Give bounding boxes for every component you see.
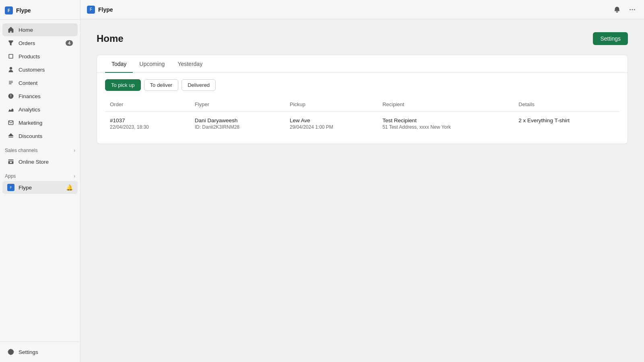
apps-chevron-icon: ›: [74, 173, 75, 179]
sidebar-item-online-store[interactable]: Online Store: [2, 155, 78, 168]
discounts-icon: [7, 132, 14, 140]
sidebar-item-home[interactable]: Home: [2, 23, 78, 36]
col-order: Order: [105, 97, 190, 112]
orders-table: OrderFlyperPickupRecipientDetails #1037 …: [105, 97, 619, 136]
sales-channels-chevron-icon: ›: [74, 148, 75, 153]
topbar-app-name: Flype: [98, 6, 113, 13]
sales-channels-label: Sales channels: [5, 148, 37, 153]
flype-bell-icon: 🔔: [66, 184, 73, 191]
marketing-icon: [7, 119, 14, 126]
sidebar-bottom: Settings: [0, 341, 80, 362]
customers-icon: [7, 66, 14, 73]
svg-point-2: [634, 9, 635, 10]
sidebar-item-label: Marketing: [19, 120, 42, 126]
topbar: F Flype: [80, 0, 644, 19]
page-header: Home Settings: [97, 32, 628, 45]
sidebar-item-label: Content: [19, 80, 37, 86]
recipient-cell: Test Recipient 51 Test Address, xxxx New…: [378, 112, 514, 136]
tab-today[interactable]: Today: [105, 55, 133, 73]
orders-icon: [7, 39, 14, 47]
flyper-id: ID: Danii2K3IRNM28: [195, 124, 280, 130]
sidebar-app-flype[interactable]: F Flype 🔔: [2, 181, 78, 194]
products-icon: [7, 53, 14, 60]
order-details: 2 x Everything T-shirt: [518, 117, 615, 123]
notification-bell-button[interactable]: [612, 4, 622, 15]
sidebar-item-analytics[interactable]: Analytics: [2, 103, 78, 116]
page-content: Home Settings TodayUpcomingYesterday To …: [80, 19, 644, 362]
filter-to-deliver[interactable]: To deliver: [144, 79, 179, 91]
svg-point-1: [632, 9, 633, 10]
settings-button[interactable]: Settings: [593, 32, 628, 45]
tab-yesterday[interactable]: Yesterday: [171, 55, 209, 73]
analytics-icon: [7, 106, 14, 113]
sidebar-item-settings[interactable]: Settings: [2, 346, 78, 358]
main-content: F Flype Home Settings TodayUpcomi: [80, 0, 644, 362]
sidebar-item-discounts[interactable]: Discounts: [2, 130, 78, 142]
flype-app-icon: F: [7, 184, 14, 191]
col-recipient: Recipient: [378, 97, 514, 112]
page-title: Home: [97, 33, 124, 44]
sidebar: F Flype Home Orders 4 Products Customers…: [0, 0, 80, 362]
sidebar-item-label: Finances: [19, 93, 41, 99]
sidebar-item-marketing[interactable]: Marketing: [2, 116, 78, 129]
sidebar-item-orders[interactable]: Orders 4: [2, 37, 78, 49]
sidebar-item-label: Discounts: [19, 133, 42, 139]
main-card: TodayUpcomingYesterday To pick upTo deli…: [97, 55, 628, 144]
table-row: #1037 22/04/2023, 18:30 Dani Daryaweesh …: [105, 112, 619, 136]
pickup-datetime: 29/04/2024 1:00 PM: [290, 124, 373, 130]
filter-to-pick-up[interactable]: To pick up: [105, 79, 141, 91]
sidebar-item-label: Home: [19, 27, 33, 33]
order-cell: #1037 22/04/2023, 18:30: [105, 112, 190, 136]
sidebar-app-name: F Flype: [5, 5, 75, 16]
recipient-name: Test Recipient: [382, 117, 509, 123]
flyper-cell: Dani Daryaweesh ID: Danii2K3IRNM28: [190, 112, 285, 136]
topbar-app-icon: F: [87, 6, 95, 14]
tab-upcoming[interactable]: Upcoming: [133, 55, 171, 73]
col-flyper: Flyper: [190, 97, 285, 112]
details-cell: 2 x Everything T-shirt: [514, 112, 619, 136]
settings-label: Settings: [19, 349, 38, 355]
store-icon: [7, 158, 14, 165]
sidebar-item-label: Products: [19, 53, 40, 60]
order-date: 22/04/2023, 18:30: [110, 124, 185, 130]
filter-bar: To pick upTo deliverDelivered: [97, 73, 627, 97]
flype-app-name: Flype: [19, 185, 62, 191]
pickup-location: Lew Ave: [290, 117, 373, 123]
sidebar-item-label: Customers: [19, 67, 45, 73]
recipient-address: 51 Test Address, xxxx New York: [382, 124, 509, 130]
sales-channels-section: Sales channels ›: [0, 143, 80, 155]
sidebar-item-label: Analytics: [19, 107, 40, 113]
settings-icon: [7, 348, 14, 356]
apps-section: Apps ›: [0, 169, 80, 181]
orders-table-wrap: OrderFlyperPickupRecipientDetails #1037 …: [97, 97, 627, 144]
sidebar-app-title: Flype: [16, 7, 31, 14]
sidebar-item-label: Online Store: [19, 159, 49, 165]
filter-delivered[interactable]: Delivered: [182, 79, 216, 91]
sidebar-item-customers[interactable]: Customers: [2, 63, 78, 76]
sidebar-item-content[interactable]: Content: [2, 76, 78, 89]
home-icon: [7, 26, 14, 33]
sidebar-header: F Flype: [0, 0, 80, 20]
col-pickup: Pickup: [285, 97, 378, 112]
orders-badge: 4: [66, 40, 73, 46]
apps-label: Apps: [5, 173, 16, 179]
content-icon: [7, 79, 14, 86]
topbar-left: F Flype: [87, 6, 113, 14]
finances-icon: [7, 93, 14, 100]
sidebar-item-products[interactable]: Products: [2, 50, 78, 63]
sidebar-item-label: Orders: [19, 40, 35, 46]
sidebar-nav: Home Orders 4 Products Customers Content…: [0, 20, 80, 341]
sidebar-app-icon: F: [5, 6, 13, 14]
tabs-bar: TodayUpcomingYesterday: [97, 55, 627, 73]
pickup-cell: Lew Ave 29/04/2024 1:00 PM: [285, 112, 378, 136]
order-number: #1037: [110, 117, 185, 123]
svg-point-0: [630, 9, 631, 10]
topbar-right: [612, 4, 638, 15]
more-options-button[interactable]: [627, 4, 638, 15]
flyper-name: Dani Daryaweesh: [195, 117, 280, 123]
col-details: Details: [514, 97, 619, 112]
sidebar-item-finances[interactable]: Finances: [2, 90, 78, 103]
